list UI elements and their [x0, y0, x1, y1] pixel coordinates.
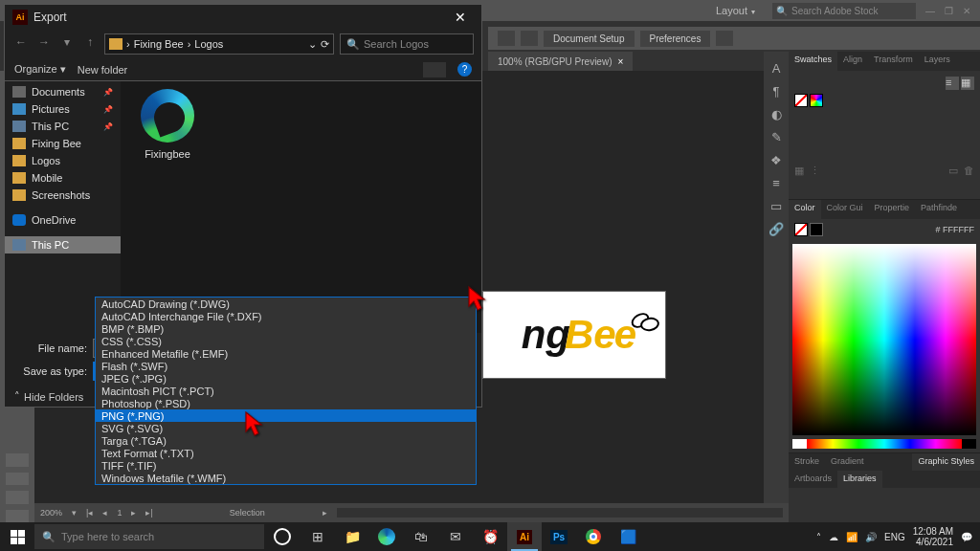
tab-properties[interactable]: Propertie — [869, 200, 916, 219]
taskbar-search[interactable]: 🔍 Type here to search — [34, 524, 264, 549]
hex-value[interactable]: FFFFFF — [943, 225, 974, 234]
sidebar-item-logos[interactable]: Logos — [5, 152, 121, 169]
page-number[interactable]: 1 — [117, 508, 122, 518]
photoshop-taskbar-icon[interactable]: Ps — [542, 522, 576, 551]
tab-swatches[interactable]: Swatches — [789, 52, 837, 71]
breadcrumb-a[interactable]: Fixing Bee — [134, 38, 184, 50]
tab-pathfinder[interactable]: Pathfinde — [915, 200, 963, 219]
symbol-icon[interactable]: ❖ — [768, 153, 784, 168]
tool-icon[interactable] — [6, 491, 29, 504]
refresh-icon[interactable]: ⟳ — [321, 38, 329, 51]
chrome-icon[interactable] — [576, 522, 611, 551]
type-option[interactable]: JPEG (*.JPG) — [96, 372, 476, 385]
type-option[interactable]: AutoCAD Drawing (*.DWG) — [96, 298, 476, 310]
preferences-button[interactable]: Preferences — [640, 31, 711, 47]
tray-up-icon[interactable]: ˄ — [816, 532, 821, 542]
dialog-close-icon[interactable]: ✕ — [447, 8, 474, 27]
task-view-icon[interactable]: ⊞ — [301, 522, 335, 551]
close-tab-icon[interactable]: × — [617, 56, 623, 67]
type-option[interactable]: Enhanced Metafile (*.EMF) — [96, 347, 476, 360]
type-option[interactable]: SVG (*.SVG) — [96, 422, 476, 434]
type-option[interactable]: TIFF (*.TIF) — [96, 459, 476, 472]
sidebar-item-fixing-bee[interactable]: Fixing Bee — [5, 135, 121, 152]
sidebar-item-this-pc[interactable]: This PC📌 — [5, 118, 121, 135]
tab-color-guide[interactable]: Color Gui — [821, 200, 869, 219]
nav-up-icon[interactable]: ↑ — [81, 35, 99, 53]
path-dropdown-icon[interactable]: ⌄ — [308, 38, 317, 51]
nav-back-icon[interactable]: ← — [12, 35, 30, 53]
document-setup-button[interactable]: Document Setup — [544, 31, 635, 47]
new-swatch-icon[interactable]: ▭ — [948, 165, 958, 177]
sidebar-item-mobile[interactable]: Mobile — [5, 169, 121, 187]
tab-align[interactable]: Align — [837, 52, 868, 71]
breadcrumb-path[interactable]: › Fixing Bee › Logos ⌄ ⟳ — [104, 33, 334, 55]
help-icon[interactable]: ? — [457, 62, 472, 77]
wifi-icon[interactable]: 📶 — [846, 532, 858, 542]
volume-icon[interactable]: 🔊 — [865, 532, 877, 542]
organize-button[interactable]: Organize ▾ — [14, 63, 66, 76]
type-option[interactable]: PNG (*.PNG) — [96, 409, 476, 422]
tab-transform[interactable]: Transform — [868, 52, 919, 71]
sidebar-item-documents[interactable]: Documents📌 — [5, 83, 121, 100]
tab-graphic-styles[interactable]: Graphic Styles — [912, 453, 980, 471]
cloud-icon[interactable]: ☁ — [829, 532, 838, 542]
file-list-area[interactable]: Fixingbee — [122, 81, 481, 333]
type-option[interactable]: AutoCAD Interchange File (*.DXF) — [96, 310, 476, 322]
color-stroke[interactable] — [810, 223, 823, 236]
list-view-icon[interactable]: ≡ — [946, 77, 959, 90]
type-option[interactable]: Targa (*.TGA) — [96, 434, 476, 447]
tab-color[interactable]: Color — [789, 200, 821, 219]
app-icon[interactable]: 🟦 — [611, 522, 645, 551]
tool-icon[interactable] — [6, 453, 29, 467]
swatch-lib-icon[interactable]: ▦ — [794, 165, 804, 177]
scroll-left-icon[interactable]: ▸ — [323, 508, 327, 518]
tab-libraries[interactable]: Libraries — [837, 471, 882, 488]
cursor-control-2[interactable] — [521, 31, 538, 46]
cursor-control[interactable] — [498, 31, 515, 46]
restore-icon[interactable]: ❐ — [945, 6, 953, 16]
type-option[interactable]: Windows Metafile (*.WMF) — [96, 472, 476, 484]
grid-view-icon[interactable]: ▦ — [961, 77, 974, 90]
paragraph-icon[interactable]: ¶ — [768, 84, 784, 99]
color-spectrum[interactable] — [792, 244, 976, 435]
type-option[interactable]: BMP (*.BMP) — [96, 322, 476, 335]
clock[interactable]: 12:08 AM 4/6/2021 — [913, 526, 953, 547]
hue-strip[interactable] — [792, 439, 976, 449]
edge-icon[interactable] — [369, 522, 404, 551]
nav-next-icon[interactable]: ▸ — [131, 508, 136, 518]
tab-layers[interactable]: Layers — [919, 52, 956, 71]
registration-swatch[interactable] — [810, 94, 823, 107]
zoom-dropdown-icon[interactable]: ▾ — [72, 508, 77, 518]
nav-first-icon[interactable]: |◂ — [86, 508, 93, 518]
minimize-icon[interactable]: — — [925, 6, 935, 16]
nav-last-icon[interactable]: ▸| — [145, 508, 152, 518]
close-icon[interactable]: ✕ — [963, 6, 970, 16]
new-folder-button[interactable]: New folder — [78, 64, 128, 76]
stock-search-input[interactable]: 🔍 Search Adobe Stock — [772, 3, 916, 19]
zoom-level[interactable]: 200% — [40, 508, 62, 518]
brush-icon[interactable]: ✎ — [768, 130, 784, 145]
align-control[interactable] — [716, 31, 733, 46]
tab-stroke[interactable]: Stroke — [789, 453, 825, 471]
none-swatch[interactable] — [794, 94, 808, 107]
layer-icon[interactable]: ▭ — [768, 199, 784, 214]
file-item-fixingbee[interactable]: Fixingbee — [129, 89, 206, 160]
tool-icon[interactable] — [6, 473, 29, 486]
type-option[interactable]: Photoshop (*.PSD) — [96, 397, 476, 409]
sidebar-item-this-pc[interactable]: This PC — [5, 236, 121, 253]
sidebar-item-screenshots[interactable]: Screenshots — [5, 187, 121, 204]
type-option[interactable]: Text Format (*.TXT) — [96, 447, 476, 459]
delete-swatch-icon[interactable]: 🗑 — [964, 165, 974, 176]
alarm-icon[interactable]: ⏰ — [473, 522, 507, 551]
artboard[interactable]: ng B ee — [482, 291, 666, 379]
type-option[interactable]: CSS (*.CSS) — [96, 335, 476, 347]
layout-dropdown[interactable]: Layout — [706, 3, 768, 18]
language-icon[interactable]: ENG — [884, 532, 905, 542]
breadcrumb-b[interactable]: Logos — [194, 38, 223, 50]
nav-forward-icon[interactable]: → — [35, 35, 53, 53]
mail-icon[interactable]: ✉ — [438, 522, 473, 551]
sidebar-item-onedrive[interactable]: OneDrive — [5, 211, 121, 229]
type-option[interactable]: Flash (*.SWF) — [96, 360, 476, 372]
swatch-menu-icon[interactable]: ⋮ — [810, 165, 820, 177]
document-tab[interactable]: 100% (RGB/GPU Preview) × — [488, 52, 633, 71]
